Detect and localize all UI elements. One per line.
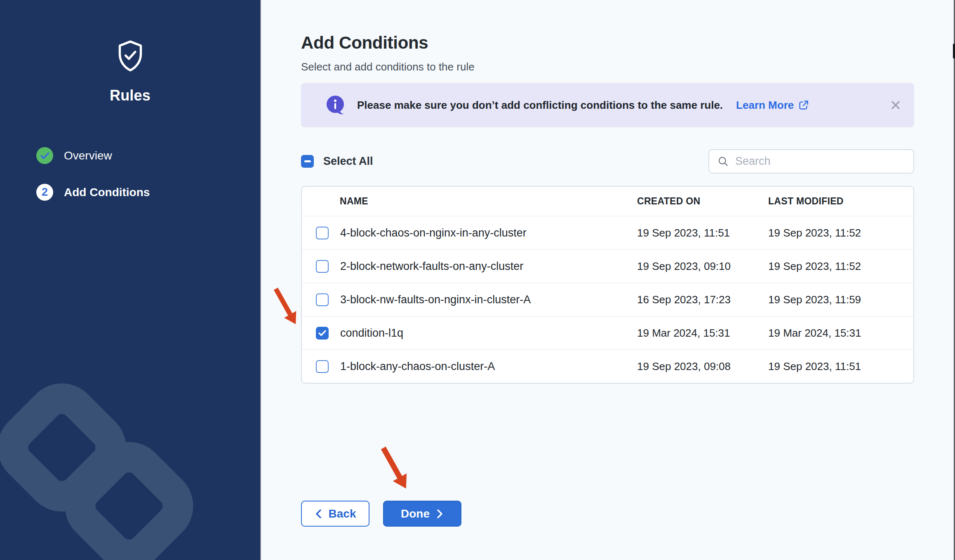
banner-close-button[interactable] bbox=[888, 97, 903, 113]
select-all-control[interactable]: Select All bbox=[301, 155, 373, 168]
row-checkbox[interactable] bbox=[316, 227, 329, 239]
step-label: Add Conditions bbox=[64, 186, 150, 199]
conditions-table: NAME CREATED ON LAST MODIFIED 4-block-ch… bbox=[301, 186, 914, 384]
created-on-value: 16 Sep 2023, 17:23 bbox=[637, 293, 768, 306]
info-banner: Please make sure you don’t add conflicti… bbox=[301, 83, 914, 127]
page-subtitle: Select and add conditions to the rule bbox=[301, 61, 475, 73]
condition-name: 2-block-network-faults-on-any-cluster bbox=[340, 260, 523, 273]
close-x-icon bbox=[889, 99, 902, 111]
back-button[interactable]: Back bbox=[301, 501, 369, 527]
select-all-checkbox[interactable] bbox=[301, 155, 314, 168]
done-button-label: Done bbox=[401, 507, 430, 520]
row-checkbox[interactable] bbox=[316, 360, 329, 373]
back-button-label: Back bbox=[329, 507, 356, 520]
learn-more-link[interactable]: Learn More bbox=[736, 99, 809, 112]
wizard-sidebar: Rules Overview 2 Add Conditions bbox=[0, 0, 261, 560]
scrollbar-thumb[interactable] bbox=[953, 44, 955, 59]
search-input[interactable] bbox=[735, 155, 905, 168]
table-row: 2-block-network-faults-on-any-cluster 19… bbox=[302, 249, 913, 283]
table-row: 1-block-any-chaos-on-cluster-A 19 Sep 20… bbox=[302, 349, 913, 383]
row-checkbox[interactable] bbox=[316, 260, 329, 273]
column-header-name: NAME bbox=[302, 196, 637, 207]
chevron-left-icon bbox=[315, 509, 323, 519]
created-on-value: 19 Sep 2023, 09:08 bbox=[637, 360, 768, 373]
table-row: 3-block-nw-faults-on-nginx-in-cluster-A … bbox=[302, 283, 913, 316]
condition-name: condition-l1q bbox=[340, 327, 403, 340]
sidebar-step-overview[interactable]: Overview bbox=[36, 147, 150, 164]
last-modified-value: 19 Sep 2023, 11:59 bbox=[768, 293, 913, 306]
sidebar-title: Rules bbox=[0, 87, 260, 104]
table-header-row: NAME CREATED ON LAST MODIFIED bbox=[302, 187, 913, 216]
search-box[interactable] bbox=[708, 149, 914, 173]
column-header-last-modified: LAST MODIFIED bbox=[768, 196, 913, 207]
created-on-value: 19 Sep 2023, 09:10 bbox=[637, 260, 768, 273]
select-all-label: Select All bbox=[323, 155, 373, 168]
shield-check-icon bbox=[116, 39, 144, 75]
created-on-value: 19 Mar 2024, 15:31 bbox=[637, 327, 768, 340]
last-modified-value: 19 Sep 2023, 11:51 bbox=[768, 360, 913, 373]
last-modified-value: 19 Sep 2023, 11:52 bbox=[768, 260, 913, 273]
wizard-steps: Overview 2 Add Conditions bbox=[36, 147, 150, 220]
condition-name: 4-block-chaos-on-nginx-in-any-cluster bbox=[340, 227, 527, 239]
condition-name: 3-block-nw-faults-on-nginx-in-cluster-A bbox=[340, 293, 531, 306]
step-number-badge: 2 bbox=[36, 184, 53, 201]
magnifier-icon bbox=[717, 156, 729, 167]
banner-message: Please make sure you don’t add conflicti… bbox=[357, 99, 723, 112]
done-button[interactable]: Done bbox=[383, 501, 461, 527]
step-complete-check-icon bbox=[36, 147, 53, 164]
step-label: Overview bbox=[64, 149, 112, 162]
learn-more-label: Learn More bbox=[736, 99, 794, 112]
info-bubble-icon bbox=[326, 95, 346, 115]
page-title: Add Conditions bbox=[301, 33, 428, 53]
chevron-right-icon bbox=[435, 509, 444, 519]
column-header-created-on: CREATED ON bbox=[637, 196, 768, 207]
last-modified-value: 19 Sep 2023, 11:52 bbox=[768, 227, 913, 239]
created-on-value: 19 Sep 2023, 11:51 bbox=[637, 227, 768, 239]
sidebar-step-add-conditions[interactable]: 2 Add Conditions bbox=[36, 184, 150, 201]
condition-name: 1-block-any-chaos-on-cluster-A bbox=[340, 360, 495, 373]
table-row-selected: condition-l1q 19 Mar 2024, 15:31 19 Mar … bbox=[302, 316, 913, 349]
external-link-icon bbox=[798, 100, 809, 111]
last-modified-value: 19 Mar 2024, 15:31 bbox=[768, 327, 913, 340]
table-row: 4-block-chaos-on-nginx-in-any-cluster 19… bbox=[302, 216, 913, 249]
row-checkbox[interactable] bbox=[316, 327, 329, 340]
row-checkbox[interactable] bbox=[316, 293, 329, 306]
main-panel: Add Conditions Select and add conditions… bbox=[262, 0, 955, 560]
